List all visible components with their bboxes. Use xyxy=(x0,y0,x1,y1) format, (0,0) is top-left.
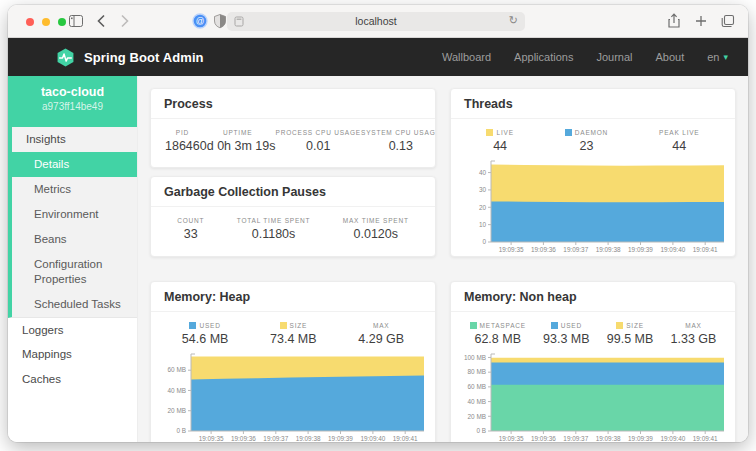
legend-value: 99.5 MB xyxy=(607,332,654,346)
card-title: Memory: Heap xyxy=(151,282,435,312)
legend-swatch xyxy=(189,322,196,329)
stat: PROCESS CPU USAGE 0.01 xyxy=(276,129,361,153)
main-content: Process PID 18646 UPTIME 0d 0h 3m 19s PR… xyxy=(138,76,748,442)
gc-stats: COUNT 33 TOTAL TIME SPENT 0.1180s MAX TI… xyxy=(151,207,435,249)
sidebar-item-environment[interactable]: Environment xyxy=(12,202,137,227)
stat: MAX TIME SPENT 0.0120s xyxy=(343,217,409,241)
svg-text:60 MB: 60 MB xyxy=(468,383,486,390)
stat: PID 18646 xyxy=(165,129,200,153)
svg-text:19:09:36: 19:09:36 xyxy=(231,435,256,442)
threads-chart: 01020304019:09:3519:09:3619:09:3719:09:3… xyxy=(457,159,729,255)
svg-text:30: 30 xyxy=(479,186,487,193)
sidebar-item-metrics[interactable]: Metrics xyxy=(12,177,137,202)
card-title: Memory: Non heap xyxy=(451,282,735,312)
legend-swatch xyxy=(486,129,493,136)
legend-item: MAX 4.29 GB xyxy=(358,322,404,346)
stat-value: 0.0120s xyxy=(343,227,409,241)
heap-legend: USED 54.6 MB SIZE 73.4 MB MAX 4.29 GB xyxy=(151,312,435,350)
language-label: en xyxy=(707,51,719,63)
back-button-icon[interactable] xyxy=(94,13,110,29)
extension-at-icon[interactable]: @ xyxy=(192,13,208,29)
svg-text:40 MB: 40 MB xyxy=(468,398,486,405)
legend-label: DAEMON xyxy=(565,129,608,136)
extension-shield-icon[interactable] xyxy=(212,13,228,29)
nonheap-legend: METASPACE 62.8 MB USED 93.3 MB SIZE 99.5… xyxy=(451,312,735,350)
svg-text:60 MB: 60 MB xyxy=(168,366,186,373)
sidebar-item-beans[interactable]: Beans xyxy=(12,227,137,252)
svg-text:19:09:40: 19:09:40 xyxy=(360,435,385,442)
memory-heap-chart: 0 B20 MB40 MB60 MB19:09:3519:09:3619:09:… xyxy=(157,352,429,442)
svg-text:10: 10 xyxy=(479,221,487,228)
svg-text:19:09:40: 19:09:40 xyxy=(660,435,685,442)
legend-item: METASPACE 62.8 MB xyxy=(470,322,526,346)
svg-text:0: 0 xyxy=(482,238,486,245)
nav-journal[interactable]: Journal xyxy=(596,51,632,63)
share-icon[interactable] xyxy=(666,13,682,29)
legend-value: 73.4 MB xyxy=(270,332,317,346)
svg-text:19:09:37: 19:09:37 xyxy=(563,435,588,442)
sidebar-item-insights[interactable]: Insights xyxy=(12,127,137,152)
svg-text:19:09:38: 19:09:38 xyxy=(296,435,321,442)
legend-item: DAEMON 23 xyxy=(565,129,608,153)
application-name: taco-cloud xyxy=(8,85,137,99)
sidebar-item-loggers[interactable]: Loggers xyxy=(8,318,137,343)
language-selector[interactable]: en ▾ xyxy=(707,51,728,63)
svg-text:19:09:36: 19:09:36 xyxy=(531,246,556,253)
spring-boot-admin-logo-icon xyxy=(56,48,75,67)
reload-icon[interactable]: ↻ xyxy=(509,14,518,27)
tab-overview-icon[interactable] xyxy=(720,13,736,29)
svg-text:19:09:35: 19:09:35 xyxy=(499,246,524,253)
svg-text:0 B: 0 B xyxy=(476,427,486,434)
close-window-button[interactable] xyxy=(26,18,34,26)
zoom-window-button[interactable] xyxy=(58,18,66,26)
threads-card: Threads LIVE 44 DAEMON 23 PEAK LIVE 44 0… xyxy=(450,88,736,257)
stat-label: MAX TIME SPENT xyxy=(343,217,409,224)
legend-label: LIVE xyxy=(486,129,513,136)
legend-label: USED xyxy=(182,322,229,329)
insights-group: Insights Details Metrics Environment Bea… xyxy=(8,127,137,318)
stat-value: 33 xyxy=(177,227,204,241)
legend-label: MAX xyxy=(358,322,404,329)
forward-button-icon[interactable] xyxy=(116,13,132,29)
window-controls xyxy=(26,18,66,26)
nav-about[interactable]: About xyxy=(655,51,684,63)
stat-value: 0.1180s xyxy=(237,227,311,241)
stat-label: PROCESS CPU USAGE xyxy=(276,129,361,136)
nav-applications[interactable]: Applications xyxy=(514,51,573,63)
legend-item: USED 93.3 MB xyxy=(543,322,590,346)
minimize-window-button[interactable] xyxy=(42,18,50,26)
legend-value: 54.6 MB xyxy=(182,332,229,346)
svg-text:19:09:38: 19:09:38 xyxy=(596,246,621,253)
card-title: Threads xyxy=(451,89,735,119)
sidebar-item-caches[interactable]: Caches xyxy=(8,367,137,392)
legend-item: SIZE 73.4 MB xyxy=(270,322,317,346)
instance-header[interactable]: taco-cloud a973ff14be49 xyxy=(8,76,137,127)
legend-item: PEAK LIVE 44 xyxy=(659,129,699,153)
svg-text:19:09:41: 19:09:41 xyxy=(693,246,718,253)
svg-text:19:09:41: 19:09:41 xyxy=(693,435,718,442)
sidebar-item-mappings[interactable]: Mappings xyxy=(8,342,137,367)
sidebar-item-scheduled-tasks[interactable]: Scheduled Tasks xyxy=(12,292,137,317)
svg-text:19:09:37: 19:09:37 xyxy=(563,246,588,253)
stat-value: 0.13 xyxy=(361,139,436,153)
sidebar-toggle-icon[interactable] xyxy=(68,13,84,29)
stat-value: 0d 0h 3m 19s xyxy=(200,139,276,153)
browser-toolbar: @ localhost ↻ xyxy=(8,5,748,38)
svg-text:19:09:39: 19:09:39 xyxy=(328,435,353,442)
svg-text:19:09:38: 19:09:38 xyxy=(596,435,621,442)
legend-label: SIZE xyxy=(607,322,654,329)
stat-label: SYSTEM CPU USAGE xyxy=(361,129,436,136)
legend-swatch xyxy=(280,322,287,329)
new-tab-icon[interactable] xyxy=(693,13,709,29)
sidebar-item-configuration-properties[interactable]: Configuration Properties xyxy=(12,252,137,292)
legend-label: MAX xyxy=(671,322,717,329)
sidebar: taco-cloud a973ff14be49 Insights Details… xyxy=(8,76,138,442)
address-bar[interactable]: localhost ↻ xyxy=(227,12,525,31)
legend-item: SIZE 99.5 MB xyxy=(607,322,654,346)
svg-text:19:09:37: 19:09:37 xyxy=(263,435,288,442)
legend-value: 1.33 GB xyxy=(671,332,717,346)
stat: UPTIME 0d 0h 3m 19s xyxy=(200,129,276,153)
legend-swatch xyxy=(565,129,572,136)
nav-wallboard[interactable]: Wallboard xyxy=(442,51,491,63)
sidebar-item-details[interactable]: Details xyxy=(12,152,137,177)
